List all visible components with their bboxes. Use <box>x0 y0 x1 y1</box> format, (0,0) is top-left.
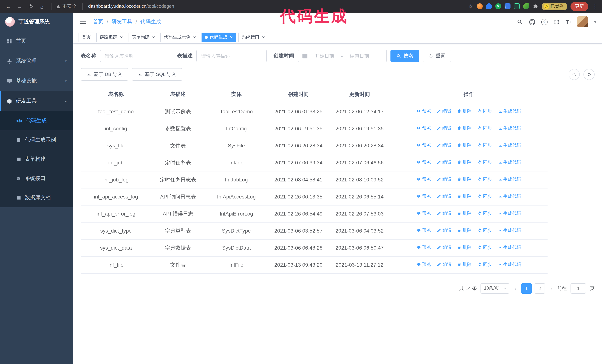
edit-link[interactable]: 编辑 <box>437 210 451 217</box>
search-icon[interactable] <box>516 19 523 25</box>
kebab-menu-icon[interactable]: ⋮ <box>592 3 598 9</box>
edit-link[interactable]: 编辑 <box>437 176 451 182</box>
sidebar-item-system[interactable]: 系统管理 ▾ <box>0 51 73 71</box>
generate-code-link[interactable]: 生成代码 <box>498 193 521 199</box>
hamburger-icon[interactable] <box>79 18 87 26</box>
sidebar-item-infrastructure[interactable]: 基础设施 ▾ <box>0 71 73 91</box>
delete-link[interactable]: 删除 <box>457 176 472 182</box>
extension-icon-orange[interactable] <box>477 3 483 9</box>
sync-link[interactable]: 同步 <box>478 125 492 131</box>
next-page-button[interactable]: › <box>549 285 553 291</box>
start-date-input[interactable] <box>309 53 340 59</box>
page-number[interactable]: 1 <box>521 283 532 293</box>
sidebar-item-form-builder[interactable]: 表单构建 <box>0 150 73 169</box>
refresh-table-button[interactable] <box>583 69 595 80</box>
sync-link[interactable]: 同步 <box>478 261 492 268</box>
help-icon[interactable]: ? <box>541 19 547 25</box>
home-icon[interactable]: ⌂ <box>37 1 47 11</box>
sync-link[interactable]: 同步 <box>478 227 492 233</box>
app-logo[interactable]: 芋道管理系统 <box>0 13 73 31</box>
delete-link[interactable]: 删除 <box>457 142 472 148</box>
edit-link[interactable]: 编辑 <box>437 142 451 148</box>
sidebar-item-db-docs[interactable]: 数据库文档 <box>0 188 73 207</box>
delete-link[interactable]: 删除 <box>457 210 472 217</box>
generate-code-link[interactable]: 生成代码 <box>498 125 521 131</box>
avatar-caret-icon[interactable]: ▾ <box>594 20 596 24</box>
font-size-icon[interactable]: TT <box>566 19 571 25</box>
generate-code-link[interactable]: 生成代码 <box>498 261 521 268</box>
reload-icon[interactable] <box>26 1 36 11</box>
edit-link[interactable]: 编辑 <box>437 244 451 250</box>
sync-link[interactable]: 同步 <box>478 108 492 114</box>
not-secure-warning[interactable]: 不安全 <box>56 3 77 10</box>
table-desc-input[interactable] <box>196 50 267 62</box>
delete-link[interactable]: 删除 <box>457 261 472 268</box>
import-db-button[interactable]: 基于 DB 导入 <box>81 68 128 81</box>
preview-link[interactable]: 预览 <box>416 227 431 233</box>
tab-close-icon[interactable]: × <box>230 35 233 40</box>
sync-link[interactable]: 同步 <box>478 176 492 182</box>
tab-close-icon[interactable]: × <box>152 35 155 40</box>
edit-link[interactable]: 编辑 <box>437 227 451 233</box>
breadcrumb-home[interactable]: 首页 <box>93 19 103 25</box>
github-icon[interactable] <box>529 19 535 25</box>
extension-icon-people[interactable]: ⋮⋮ <box>504 3 510 9</box>
preview-link[interactable]: 预览 <box>416 108 431 114</box>
delete-link[interactable]: 删除 <box>457 227 472 233</box>
sync-link[interactable]: 同步 <box>478 210 492 217</box>
table-name-input[interactable] <box>100 50 171 62</box>
sidebar-item-codegen[interactable]: </> 代码生成 <box>0 111 73 130</box>
generate-code-link[interactable]: 生成代码 <box>498 210 521 217</box>
preview-link[interactable]: 预览 <box>416 176 431 182</box>
address-bar[interactable]: 不安全 dashboard.yudao.iocoder.cn/tool/code… <box>56 3 467 10</box>
generate-code-link[interactable]: 生成代码 <box>498 227 521 233</box>
search-button[interactable]: 搜索 <box>390 50 419 62</box>
delete-link[interactable]: 删除 <box>457 244 472 250</box>
tab-close-icon[interactable]: × <box>193 35 196 40</box>
extension-icon-green-v[interactable]: V <box>495 3 501 9</box>
sidebar-item-system-api[interactable]: 系统接口 <box>0 169 73 188</box>
forward-icon[interactable]: → <box>15 1 24 11</box>
end-date-input[interactable] <box>344 53 375 59</box>
sync-link[interactable]: 同步 <box>478 159 492 165</box>
sidebar-item-home[interactable]: 首页 <box>0 31 73 51</box>
tab[interactable]: 表单构建 × <box>128 32 158 42</box>
prev-page-button[interactable]: ‹ <box>513 285 517 291</box>
fullscreen-icon[interactable] <box>553 19 559 25</box>
edit-link[interactable]: 编辑 <box>437 125 451 131</box>
update-button[interactable]: 更新 <box>570 2 588 11</box>
preview-link[interactable]: 预览 <box>416 244 431 250</box>
tab-close-icon[interactable]: × <box>262 35 265 40</box>
sidebar-item-codegen-example[interactable]: 代码生成示例 <box>0 130 73 150</box>
import-sql-button[interactable]: 基于 SQL 导入 <box>132 68 183 81</box>
tab-close-icon[interactable]: × <box>120 35 123 40</box>
preview-link[interactable]: 预览 <box>416 261 431 268</box>
sync-link[interactable]: 同步 <box>478 244 492 250</box>
extension-icon-blue[interactable] <box>486 3 492 9</box>
tab[interactable]: 代码生成示例 × <box>161 32 199 42</box>
tab[interactable]: 首页 <box>78 32 94 42</box>
delete-link[interactable]: 删除 <box>457 108 472 114</box>
edit-link[interactable]: 编辑 <box>437 261 451 268</box>
page-number[interactable]: 2 <box>535 283 545 293</box>
generate-code-link[interactable]: 生成代码 <box>498 142 521 148</box>
generate-code-link[interactable]: 生成代码 <box>498 244 521 250</box>
tab[interactable]: 链路追踪 × <box>96 32 126 42</box>
extensions-puzzle-icon[interactable] <box>532 3 538 9</box>
tab[interactable]: 系统接口 × <box>238 32 268 42</box>
edit-link[interactable]: 编辑 <box>437 193 451 199</box>
generate-code-link[interactable]: 生成代码 <box>498 159 521 165</box>
delete-link[interactable]: 删除 <box>457 159 472 165</box>
sync-link[interactable]: 同步 <box>478 142 492 148</box>
date-range-picker[interactable]: - <box>298 50 387 62</box>
sync-link[interactable]: 同步 <box>478 193 492 199</box>
bookmark-star-icon[interactable]: ☆ <box>468 3 473 10</box>
paused-badge[interactable]: ☺ 已暂停 <box>541 2 567 10</box>
tab[interactable]: 代码生成 × <box>202 32 236 42</box>
delete-link[interactable]: 删除 <box>457 193 472 199</box>
extension-icon-dark[interactable] <box>514 3 520 9</box>
sidebar-item-dev-tools[interactable]: 研发工具 ▴ <box>0 91 73 111</box>
back-icon[interactable]: ← <box>4 1 13 11</box>
preview-link[interactable]: 预览 <box>416 210 431 217</box>
breadcrumb-dev-tools[interactable]: 研发工具 <box>111 19 132 25</box>
